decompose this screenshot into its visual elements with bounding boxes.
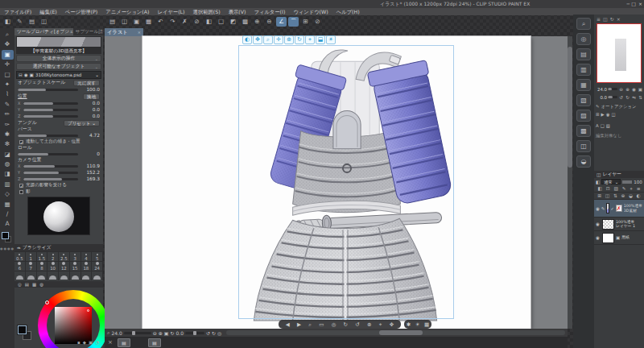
- brush-size-cell[interactable]: 15: [70, 262, 81, 271]
- dock-navigator-icon[interactable]: ⌕: [576, 18, 591, 30]
- checkbox-checked-icon[interactable]: ✓: [19, 140, 23, 144]
- nav-actual-size-icon[interactable]: ◉: [631, 87, 637, 92]
- snap-to-special-ruler-icon[interactable]: ⌒: [288, 17, 299, 27]
- blend-mode-dropdown[interactable]: 通常 ⌄: [601, 179, 621, 184]
- brush-size-cell[interactable]: [47, 271, 59, 280]
- maximize-button[interactable]: □: [631, 1, 636, 6]
- menu-item[interactable]: ウィンドウ(W): [289, 8, 332, 15]
- open-file-icon[interactable]: ◫: [119, 17, 130, 27]
- checkbox-unchecked-icon[interactable]: [19, 190, 23, 194]
- document-tab[interactable]: イラスト ×: [105, 28, 143, 36]
- workspace-icon[interactable]: ◧: [2, 17, 13, 27]
- brush-size-cell[interactable]: 0.5: [14, 252, 26, 261]
- effect-tone-icon[interactable]: □: [601, 123, 605, 128]
- nav-fit-icon[interactable]: ▣: [638, 87, 643, 92]
- launcher-zoom-icon[interactable]: ⌕: [308, 321, 312, 329]
- navigator-thumbnail[interactable]: [597, 23, 642, 83]
- nav-flip-v-icon[interactable]: ⇅: [638, 95, 643, 100]
- zoom-slider[interactable]: [124, 332, 151, 334]
- visibility-icon[interactable]: ◉: [24, 72, 28, 77]
- light-sphere[interactable]: [43, 201, 74, 232]
- dock-subview-icon[interactable]: ◎: [576, 33, 591, 45]
- layer-palette-menu-icon[interactable]: ≡: [637, 186, 641, 191]
- brush-size-cell[interactable]: 2: [47, 252, 59, 261]
- dock-material-color-icon[interactable]: ▤: [576, 48, 591, 60]
- vertical-scrollbar-thumb[interactable]: [568, 47, 572, 168]
- new-folder-icon[interactable]: ◫: [605, 193, 609, 198]
- brush-size-cell[interactable]: 5: [92, 252, 103, 261]
- layer-ref-icon[interactable]: ⌖: [630, 186, 633, 192]
- swatch-small-icon[interactable]: ▪: [77, 340, 80, 345]
- fill-icon[interactable]: ◧: [204, 17, 214, 27]
- zoom-in-icon[interactable]: ⊕: [159, 330, 163, 336]
- nav-refresh-icon[interactable]: ↻: [610, 16, 614, 22]
- nav-thumb-icon[interactable]: ◫: [603, 16, 608, 22]
- color-slider-tab-icon[interactable]: ▤: [25, 282, 29, 287]
- opacity-bar[interactable]: [622, 180, 632, 184]
- tool-text[interactable]: A: [2, 219, 14, 229]
- launcher-move-icon[interactable]: ✥: [390, 321, 394, 329]
- effect-border-icon[interactable]: A: [596, 123, 599, 128]
- camera-move-icon[interactable]: ✥: [253, 35, 262, 44]
- light-direction-preview[interactable]: [27, 197, 90, 235]
- object-ground-icon[interactable]: ⬓: [316, 35, 325, 44]
- position-axis-slider[interactable]: Z 0.0: [14, 113, 103, 119]
- brush-size-cell[interactable]: 4: [81, 252, 93, 261]
- nav-menu-icon[interactable]: ≡: [597, 16, 601, 22]
- camera-axis-slider[interactable]: Z 169.3: [14, 176, 103, 182]
- tab-tool-property[interactable]: ツールプロパティ[オブジェクト]: [14, 28, 73, 35]
- brush-size-cell[interactable]: 7: [26, 262, 37, 271]
- angle-preset-dropdown[interactable]: プリセット ⌄: [64, 120, 100, 126]
- delete-layer-icon[interactable]: ◒: [629, 193, 633, 198]
- dock-material-3d-icon[interactable]: ▨: [576, 110, 591, 122]
- tool-pencil[interactable]: ✏: [2, 110, 14, 119]
- layer-clip-icon[interactable]: ◧: [597, 186, 601, 191]
- object-rotate-icon[interactable]: ↻: [295, 35, 304, 44]
- brush-size-cell[interactable]: [14, 271, 26, 280]
- tool-eraser[interactable]: ◪: [2, 150, 14, 160]
- save-all-icon[interactable]: ▦: [143, 17, 154, 27]
- brush-size-cell[interactable]: 24: [92, 262, 103, 271]
- selection-border-icon[interactable]: ▩: [240, 17, 250, 27]
- deselect-icon[interactable]: □: [216, 17, 226, 27]
- delete-icon[interactable]: ✗: [180, 17, 190, 27]
- new-layer-icon[interactable]: ⊞: [597, 193, 601, 198]
- dock-material-image-icon[interactable]: ▧: [576, 94, 591, 106]
- tool-object[interactable]: ▣: [2, 50, 14, 60]
- tool-move[interactable]: ✥: [2, 39, 14, 49]
- rotate-left-icon[interactable]: ↺: [206, 330, 210, 336]
- effect-color-icon[interactable]: ▨: [606, 123, 610, 128]
- screen-mode-icon[interactable]: ◫: [39, 17, 49, 27]
- visibility-eye-icon[interactable]: ◉: [596, 222, 601, 226]
- tool-brush[interactable]: ✑: [2, 120, 14, 130]
- tool-eyedropper[interactable]: ⌇: [2, 89, 14, 99]
- camera-rotate-icon[interactable]: ◐: [242, 35, 252, 44]
- menu-item[interactable]: フィルター(I): [250, 8, 290, 15]
- dock-material-brush-icon[interactable]: ◫: [576, 140, 591, 152]
- perspective-slider[interactable]: 4.72: [14, 132, 103, 139]
- brush-size-cell[interactable]: 3: [70, 252, 81, 261]
- swatch-large-icon[interactable]: ▣: [89, 340, 93, 345]
- horizontal-scrollbar-thumb[interactable]: [379, 330, 423, 335]
- light-source-icon[interactable]: ☀: [326, 35, 336, 44]
- layer-lock-alpha-icon[interactable]: ▨: [613, 186, 617, 191]
- palette-toggle-icon[interactable]: ▤: [27, 17, 37, 27]
- foreground-color-chip[interactable]: [2, 232, 9, 239]
- brush-size-cell[interactable]: 8: [37, 262, 48, 271]
- layer-thumbnail[interactable]: [602, 233, 614, 243]
- main-color-chip[interactable]: [18, 325, 27, 334]
- action-record-icon[interactable]: ◉: [606, 112, 610, 117]
- dock-material-manga-icon[interactable]: ▦: [576, 79, 591, 91]
- section-selectable-objects[interactable]: 選択可能なオブジェクト⌄: [16, 63, 101, 70]
- layer-row-paper[interactable]: ◉ ▣ 用紙: [594, 231, 644, 245]
- tab-close-icon[interactable]: ×: [138, 28, 141, 36]
- zoom-in-icon[interactable]: ⊕: [252, 17, 262, 27]
- brush-size-cell[interactable]: 1.5: [37, 252, 48, 261]
- nav-flip-h-icon[interactable]: ⇋: [631, 95, 637, 100]
- color-history-icon[interactable]: ◔: [95, 340, 99, 345]
- brush-size-cell[interactable]: 6: [14, 262, 26, 271]
- saturation-value-square[interactable]: [55, 307, 92, 344]
- tool-auto-select[interactable]: ✦: [2, 80, 14, 89]
- launcher-frame-icon[interactable]: ▭: [319, 321, 324, 329]
- page-2[interactable]: ▤: [148, 338, 161, 347]
